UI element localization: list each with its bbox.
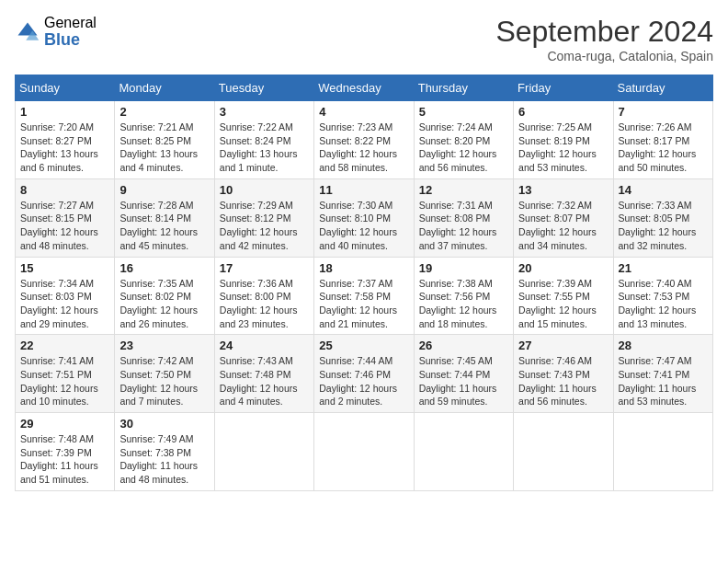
table-row — [214, 413, 313, 491]
table-row: 17 Sunrise: 7:36 AM Sunset: 8:00 PM Dayl… — [214, 257, 313, 335]
day-info: Sunrise: 7:46 AM Sunset: 7:43 PM Dayligh… — [518, 354, 608, 408]
day-info: Sunrise: 7:40 AM Sunset: 7:53 PM Dayligh… — [619, 277, 708, 331]
logo-blue: Blue — [44, 31, 97, 50]
col-monday: Monday — [115, 75, 214, 101]
day-info: Sunrise: 7:31 AM Sunset: 8:08 PM Dayligh… — [419, 199, 508, 253]
title-block: September 2024 Coma-ruga, Catalonia, Spa… — [495, 15, 713, 63]
day-info: Sunrise: 7:42 AM Sunset: 7:50 PM Dayligh… — [119, 354, 209, 408]
col-sunday: Sunday — [16, 75, 115, 101]
day-info: Sunrise: 7:26 AM Sunset: 8:17 PM Dayligh… — [619, 121, 708, 175]
table-row: 10 Sunrise: 7:29 AM Sunset: 8:12 PM Dayl… — [214, 178, 313, 257]
day-info: Sunrise: 7:38 AM Sunset: 7:56 PM Dayligh… — [419, 277, 508, 331]
logo-text: General Blue — [44, 15, 97, 49]
day-info: Sunrise: 7:45 AM Sunset: 7:44 PM Dayligh… — [419, 354, 508, 408]
day-number: 28 — [619, 339, 708, 352]
table-row: 8 Sunrise: 7:27 AM Sunset: 8:15 PM Dayli… — [16, 178, 115, 257]
logo-icon — [15, 19, 40, 45]
table-row: 9 Sunrise: 7:28 AM Sunset: 8:14 PM Dayli… — [115, 178, 214, 257]
day-info: Sunrise: 7:22 AM Sunset: 8:24 PM Dayligh… — [220, 121, 309, 175]
day-number: 24 — [220, 339, 309, 352]
table-row: 18 Sunrise: 7:37 AM Sunset: 7:58 PM Dayl… — [314, 257, 414, 335]
day-info: Sunrise: 7:39 AM Sunset: 7:55 PM Dayligh… — [518, 277, 608, 331]
table-row: 29 Sunrise: 7:48 AM Sunset: 7:39 PM Dayl… — [16, 413, 115, 491]
calendar-header-row: Sunday Monday Tuesday Wednesday Thursday… — [16, 75, 713, 101]
day-info: Sunrise: 7:33 AM Sunset: 8:05 PM Dayligh… — [619, 199, 708, 253]
day-number: 11 — [319, 183, 408, 197]
day-number: 21 — [619, 261, 708, 275]
table-row — [314, 413, 414, 491]
day-number: 26 — [419, 339, 508, 352]
day-number: 12 — [419, 183, 508, 197]
calendar-week-row: 29 Sunrise: 7:48 AM Sunset: 7:39 PM Dayl… — [16, 413, 713, 491]
table-row: 3 Sunrise: 7:22 AM Sunset: 8:24 PM Dayli… — [214, 101, 313, 179]
day-number: 20 — [518, 261, 608, 275]
month-title: September 2024 — [495, 15, 713, 49]
day-info: Sunrise: 7:29 AM Sunset: 8:12 PM Dayligh… — [220, 199, 309, 253]
day-number: 27 — [518, 339, 608, 352]
day-number: 6 — [518, 105, 608, 119]
day-info: Sunrise: 7:32 AM Sunset: 8:07 PM Dayligh… — [518, 199, 608, 253]
table-row: 26 Sunrise: 7:45 AM Sunset: 7:44 PM Dayl… — [414, 335, 513, 413]
logo-general: General — [44, 15, 97, 31]
table-row: 14 Sunrise: 7:33 AM Sunset: 8:05 PM Dayl… — [613, 178, 712, 257]
day-info: Sunrise: 7:20 AM Sunset: 8:27 PM Dayligh… — [20, 121, 109, 175]
day-info: Sunrise: 7:30 AM Sunset: 8:10 PM Dayligh… — [319, 199, 408, 253]
logo: General Blue — [15, 15, 97, 49]
table-row — [514, 413, 613, 491]
day-info: Sunrise: 7:48 AM Sunset: 7:39 PM Dayligh… — [20, 432, 109, 487]
day-number: 4 — [319, 105, 408, 119]
calendar-week-row: 1 Sunrise: 7:20 AM Sunset: 8:27 PM Dayli… — [16, 101, 713, 179]
col-thursday: Thursday — [414, 75, 513, 101]
day-info: Sunrise: 7:28 AM Sunset: 8:14 PM Dayligh… — [119, 199, 209, 253]
table-row: 24 Sunrise: 7:43 AM Sunset: 7:48 PM Dayl… — [214, 335, 313, 413]
day-number: 7 — [619, 105, 708, 119]
table-row: 30 Sunrise: 7:49 AM Sunset: 7:38 PM Dayl… — [115, 413, 214, 491]
day-number: 19 — [419, 261, 508, 275]
table-row — [414, 413, 513, 491]
table-row: 13 Sunrise: 7:32 AM Sunset: 8:07 PM Dayl… — [514, 178, 613, 257]
day-number: 15 — [20, 261, 109, 275]
day-info: Sunrise: 7:34 AM Sunset: 8:03 PM Dayligh… — [20, 277, 109, 331]
day-info: Sunrise: 7:44 AM Sunset: 7:46 PM Dayligh… — [319, 354, 408, 408]
day-number: 14 — [619, 183, 708, 197]
day-number: 8 — [20, 183, 109, 197]
day-number: 22 — [20, 339, 109, 352]
day-number: 5 — [419, 105, 508, 119]
day-number: 9 — [119, 183, 209, 197]
table-row: 16 Sunrise: 7:35 AM Sunset: 8:02 PM Dayl… — [115, 257, 214, 335]
table-row: 22 Sunrise: 7:41 AM Sunset: 7:51 PM Dayl… — [16, 335, 115, 413]
table-row: 12 Sunrise: 7:31 AM Sunset: 8:08 PM Dayl… — [414, 178, 513, 257]
table-row: 19 Sunrise: 7:38 AM Sunset: 7:56 PM Dayl… — [414, 257, 513, 335]
table-row: 15 Sunrise: 7:34 AM Sunset: 8:03 PM Dayl… — [16, 257, 115, 335]
col-tuesday: Tuesday — [214, 75, 313, 101]
table-row: 28 Sunrise: 7:47 AM Sunset: 7:41 PM Dayl… — [613, 335, 712, 413]
calendar-table: Sunday Monday Tuesday Wednesday Thursday… — [15, 75, 713, 491]
table-row: 25 Sunrise: 7:44 AM Sunset: 7:46 PM Dayl… — [314, 335, 414, 413]
day-number: 13 — [518, 183, 608, 197]
day-info: Sunrise: 7:43 AM Sunset: 7:48 PM Dayligh… — [220, 354, 309, 408]
table-row: 6 Sunrise: 7:25 AM Sunset: 8:19 PM Dayli… — [514, 101, 613, 179]
day-number: 30 — [119, 417, 209, 431]
day-info: Sunrise: 7:24 AM Sunset: 8:20 PM Dayligh… — [419, 121, 508, 175]
calendar-week-row: 15 Sunrise: 7:34 AM Sunset: 8:03 PM Dayl… — [16, 257, 713, 335]
day-number: 16 — [119, 261, 209, 275]
day-info: Sunrise: 7:49 AM Sunset: 7:38 PM Dayligh… — [119, 432, 209, 487]
col-wednesday: Wednesday — [314, 75, 414, 101]
table-row: 2 Sunrise: 7:21 AM Sunset: 8:25 PM Dayli… — [115, 101, 214, 179]
day-info: Sunrise: 7:23 AM Sunset: 8:22 PM Dayligh… — [319, 121, 408, 175]
calendar-week-row: 22 Sunrise: 7:41 AM Sunset: 7:51 PM Dayl… — [16, 335, 713, 413]
table-row: 7 Sunrise: 7:26 AM Sunset: 8:17 PM Dayli… — [613, 101, 712, 179]
day-number: 25 — [319, 339, 408, 352]
day-number: 2 — [119, 105, 209, 119]
location-subtitle: Coma-ruga, Catalonia, Spain — [495, 49, 713, 63]
day-number: 10 — [220, 183, 309, 197]
day-info: Sunrise: 7:35 AM Sunset: 8:02 PM Dayligh… — [119, 277, 209, 331]
day-info: Sunrise: 7:41 AM Sunset: 7:51 PM Dayligh… — [20, 354, 109, 408]
table-row: 5 Sunrise: 7:24 AM Sunset: 8:20 PM Dayli… — [414, 101, 513, 179]
day-info: Sunrise: 7:25 AM Sunset: 8:19 PM Dayligh… — [518, 121, 608, 175]
day-number: 23 — [119, 339, 209, 352]
day-info: Sunrise: 7:37 AM Sunset: 7:58 PM Dayligh… — [319, 277, 408, 331]
table-row: 27 Sunrise: 7:46 AM Sunset: 7:43 PM Dayl… — [514, 335, 613, 413]
table-row — [613, 413, 712, 491]
day-number: 18 — [319, 261, 408, 275]
